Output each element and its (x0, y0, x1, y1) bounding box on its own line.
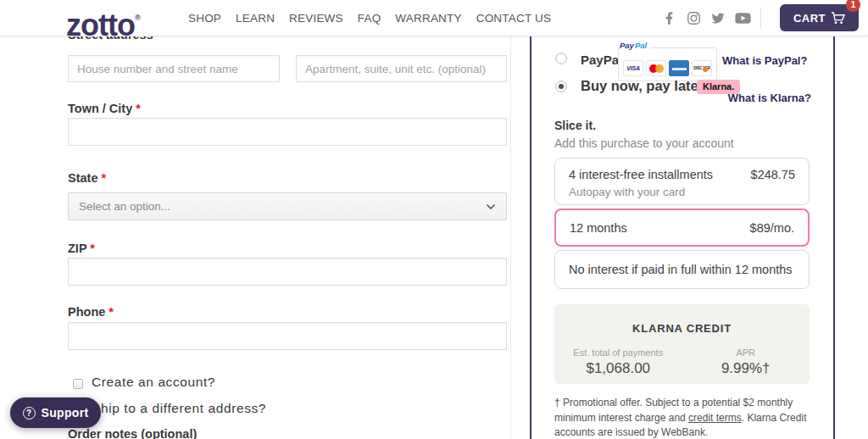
nav-reviews[interactable]: REVIEWS (289, 12, 343, 25)
phone-input[interactable] (68, 322, 507, 350)
est-total-column: Est. total of payments $1,068.00 (554, 347, 682, 377)
cart-count-badge: 1 (846, 0, 860, 12)
promo-disclaimer: † Promotional offer. Subject to a potent… (554, 396, 821, 439)
ship-different-label: Ship to a different address? (92, 401, 266, 416)
social-links (660, 0, 751, 36)
what-is-klarna-link[interactable]: What is Klarna? (722, 92, 811, 104)
option-installments-subtitle: Autopay with your card (569, 186, 795, 198)
nav-contact-us[interactable]: CONTACT US (476, 12, 552, 25)
apr-value: 9.99%† (682, 360, 810, 377)
create-account-label: Create an account? (92, 375, 215, 390)
option-12-months-title: 12 months (570, 221, 627, 235)
youtube-icon[interactable] (734, 9, 751, 26)
visa-text: VISA (626, 65, 640, 71)
logo[interactable]: zotto® (66, 1, 141, 42)
option-installments-title: 4 interest-free installments (569, 168, 713, 181)
logo-text: zotto (66, 8, 135, 42)
order-notes-label: Order notes (optional) (68, 427, 197, 439)
cart-button[interactable]: CART 1 (780, 4, 859, 31)
klarna-credit-title: KLARNA CREDIT (554, 322, 810, 335)
create-account-checkbox[interactable] (73, 379, 83, 389)
zip-label: ZIP * (68, 242, 95, 255)
required-asterisk: * (102, 171, 107, 185)
apr-label: APR (682, 347, 810, 358)
est-total-label: Est. total of payments (554, 347, 682, 358)
state-label-text: State (68, 171, 97, 185)
order-panel-left-border (530, 36, 531, 439)
instagram-icon[interactable] (685, 9, 702, 26)
checkout-page: Street address Town / City * State * Sel… (0, 0, 868, 439)
option-no-interest[interactable]: No interest if paid in full within 12 mo… (554, 250, 810, 289)
option-12-months[interactable]: 12 months $89/mo. (554, 208, 810, 247)
klarna-credit-box: KLARNA CREDIT Est. total of payments $1,… (554, 304, 810, 384)
cart-icon (831, 12, 845, 25)
option-no-interest-title: No interest if paid in full within 12 mo… (569, 263, 793, 276)
paypal-logo-pay: Pay (620, 41, 634, 50)
slice-it-subtitle: Add this purchase to your account (554, 136, 734, 150)
order-panel-right-border (833, 36, 835, 439)
what-is-paypal-link[interactable]: What is PayPal? (722, 54, 807, 67)
town-city-input[interactable] (68, 118, 507, 146)
main-nav: SHOP LEARN REVIEWS FAQ WARRANTY CONTACT … (188, 0, 551, 36)
cart-button-label: CART (793, 12, 826, 25)
street-address-input[interactable] (68, 55, 280, 82)
required-asterisk: * (90, 242, 95, 255)
nav-learn[interactable]: LEARN (236, 12, 275, 25)
question-mark-icon: ? (23, 407, 36, 420)
nav-warranty[interactable]: WARRANTY (395, 12, 461, 25)
column-divider (510, 36, 511, 439)
town-city-label-text: Town / City (68, 102, 132, 115)
phone-label: Phone * (68, 305, 114, 319)
slice-it-title: Slice it. (554, 119, 596, 132)
option-12-months-amount: $89/mo. (750, 221, 794, 235)
phone-label-text: Phone (68, 305, 105, 319)
support-button-label: Support (42, 406, 89, 420)
state-select-placeholder: Select an option... (79, 200, 170, 213)
town-city-label: Town / City * (68, 102, 141, 115)
paypal-logo-pal: Pal (635, 41, 647, 50)
twitter-icon[interactable] (709, 9, 726, 26)
zip-input[interactable] (68, 258, 507, 286)
discover-text: DISC VER (693, 66, 710, 70)
klarna-label: Buy now, pay later (581, 78, 704, 94)
support-button[interactable]: ? Support (10, 397, 101, 428)
credit-terms-link[interactable]: credit terms (688, 412, 742, 424)
accepted-cards: VISA DISC VER (618, 47, 717, 81)
klarna-radio[interactable] (555, 81, 567, 92)
nav-shop[interactable]: SHOP (188, 12, 221, 25)
state-label: State * (68, 171, 106, 185)
amex-card-icon (669, 60, 689, 76)
paypal-label: PayPal (581, 53, 622, 67)
paypal-radio[interactable] (555, 53, 567, 64)
chevron-down-icon (486, 203, 496, 210)
zip-label-text: ZIP (68, 242, 86, 255)
discover-card-icon: DISC VER (692, 60, 712, 76)
required-asterisk: * (136, 102, 141, 115)
option-installments-amount: $248.75 (751, 168, 795, 181)
logo-registered-mark: ® (135, 14, 141, 22)
header-divider (760, 7, 761, 29)
paypal-logo: Pay Pal (620, 41, 650, 50)
visa-card-icon: VISA (623, 60, 643, 76)
site-header: zotto® SHOP LEARN REVIEWS FAQ WARRANTY C… (0, 0, 868, 36)
nav-faq[interactable]: FAQ (358, 12, 381, 25)
option-installments[interactable]: 4 interest-free installments $248.75 Aut… (554, 158, 810, 205)
facebook-icon[interactable] (660, 9, 677, 26)
est-total-value: $1,068.00 (554, 360, 682, 377)
apartment-input[interactable] (296, 55, 507, 82)
required-asterisk: * (108, 305, 114, 319)
apr-column: APR 9.99%† (682, 347, 810, 377)
mastercard-icon (646, 60, 666, 76)
state-select[interactable]: Select an option... (68, 192, 507, 220)
